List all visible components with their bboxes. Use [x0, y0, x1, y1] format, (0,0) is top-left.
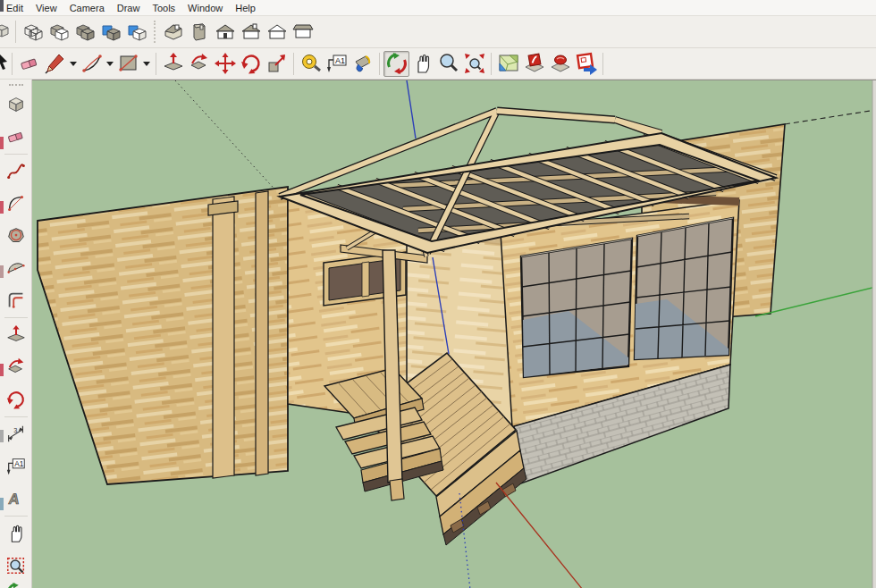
- zoom-extents-button[interactable]: [461, 51, 487, 77]
- palette-grip[interactable]: [9, 84, 23, 86]
- 3d-text-icon: A: [5, 488, 27, 509]
- line-tool-dropdown[interactable]: [68, 52, 79, 76]
- add-location-button[interactable]: [495, 51, 521, 77]
- rectangle-tool-button[interactable]: [115, 51, 141, 77]
- view-left-button[interactable]: [290, 19, 316, 45]
- arc-tool-dropdown[interactable]: [105, 52, 115, 76]
- model-scene[interactable]: [32, 80, 876, 588]
- separator: [491, 53, 492, 75]
- dimension-icon: 3: [5, 424, 27, 445]
- pan-tool-button[interactable]: [409, 51, 435, 77]
- orbit-tool[interactable]: [3, 582, 29, 588]
- freehand-tool[interactable]: [3, 155, 29, 188]
- view-top-button[interactable]: [186, 19, 212, 45]
- separator: [12, 53, 13, 75]
- menu-window[interactable]: Window: [181, 2, 229, 14]
- rectangle-tool-dropdown[interactable]: [141, 52, 152, 76]
- iso-view-icon: [162, 21, 185, 44]
- push-pull-tool[interactable]: [3, 319, 29, 351]
- share-models-button[interactable]: [547, 51, 573, 77]
- dimension-tool[interactable]: 3: [3, 418, 29, 450]
- separator: [602, 53, 603, 75]
- zoom-icon: [437, 52, 460, 75]
- line-tool-button[interactable]: [42, 51, 68, 77]
- menu-tools[interactable]: Tools: [146, 2, 181, 14]
- follow-me-tool[interactable]: [3, 351, 29, 383]
- front-view-icon: [214, 21, 237, 44]
- tool-palette: 3 A1 A: [0, 80, 32, 588]
- select-icon: [0, 52, 8, 75]
- top-view-icon: [188, 21, 211, 44]
- view-back-button[interactable]: [264, 19, 290, 45]
- text-tool-button[interactable]: A1: [324, 51, 350, 77]
- paint-bucket-tool-button[interactable]: [350, 51, 375, 77]
- hidden-line-style-button[interactable]: [46, 19, 72, 45]
- send-to-layout-button[interactable]: [573, 51, 599, 77]
- follow-me-tool-button[interactable]: [186, 51, 212, 77]
- get-models-button[interactable]: [521, 51, 547, 77]
- zoom-window-tool[interactable]: [3, 550, 29, 582]
- toolbar-grip[interactable]: [154, 21, 156, 43]
- svg-text:A: A: [7, 491, 21, 508]
- orbit-tool-button[interactable]: [383, 51, 409, 77]
- view-iso-button[interactable]: [160, 19, 186, 45]
- zoom-tool-button[interactable]: [435, 51, 461, 77]
- menu-draw[interactable]: Draw: [111, 2, 147, 14]
- rotate-tool[interactable]: [3, 383, 29, 416]
- text-icon: A1: [325, 52, 349, 75]
- tape-measure-icon: [299, 52, 323, 75]
- menu-view[interactable]: View: [29, 2, 63, 14]
- chevron-down-icon: [105, 59, 114, 68]
- view-right-button[interactable]: [238, 19, 264, 45]
- offset-tool[interactable]: [3, 284, 29, 316]
- push-pull-tool-button[interactable]: [160, 51, 186, 77]
- clipped-left-column-icons[interactable]: [0, 80, 4, 588]
- make-component-tool[interactable]: [3, 88, 29, 121]
- monochrome-icon: [125, 21, 148, 44]
- text-tool[interactable]: A1: [3, 450, 29, 483]
- push-pull-icon: [162, 52, 185, 75]
- scale-tool-button[interactable]: [264, 51, 290, 77]
- move-tool-button[interactable]: [212, 51, 238, 77]
- scale-icon: [265, 52, 289, 75]
- menu-camera[interactable]: Camera: [63, 2, 111, 14]
- 3d-text-tool[interactable]: A: [3, 483, 29, 515]
- wireframe-style-button[interactable]: [20, 19, 46, 45]
- pan-tool[interactable]: [3, 517, 29, 550]
- eraser-tool[interactable]: [3, 121, 29, 153]
- arc-tool-button[interactable]: [79, 51, 105, 77]
- drawing-viewport[interactable]: [32, 80, 876, 588]
- make-component-icon: [5, 94, 27, 115]
- follow-me-icon: [5, 357, 27, 378]
- front-window-left[interactable]: [521, 239, 632, 377]
- menu-help[interactable]: Help: [229, 2, 262, 14]
- protractor-tool[interactable]: [3, 252, 29, 284]
- paint-bucket-icon: [351, 52, 375, 75]
- freehand-icon: [5, 161, 27, 182]
- pan-hand-icon: [411, 52, 434, 75]
- zoom-window-icon: [5, 555, 27, 576]
- rotate-tool-button[interactable]: [238, 51, 264, 77]
- left-view-icon: [291, 21, 315, 44]
- rotate-icon: [240, 52, 263, 75]
- select-tool-button[interactable]: [0, 52, 8, 75]
- chevron-down-icon: [69, 59, 78, 68]
- push-pull-icon: [5, 324, 27, 346]
- shaded-textures-style-button[interactable]: [97, 19, 123, 45]
- orbit-icon: [385, 52, 409, 75]
- shaded-style-button[interactable]: [72, 19, 97, 45]
- view-front-button[interactable]: [212, 19, 238, 45]
- send-to-layout-icon: [575, 52, 598, 75]
- arc-tool[interactable]: [3, 188, 29, 220]
- front-window-right[interactable]: [635, 218, 733, 359]
- palette-separator: [4, 154, 28, 155]
- monochrome-style-button[interactable]: [123, 19, 149, 45]
- xray-style-button[interactable]: [0, 21, 12, 44]
- menu-edit[interactable]: Edit: [0, 2, 29, 14]
- eraser-tool-button[interactable]: [16, 51, 42, 77]
- protractor-icon: [5, 257, 27, 279]
- circle-tool[interactable]: [3, 220, 29, 252]
- tape-measure-tool-button[interactable]: [298, 51, 324, 77]
- svg-text:A1: A1: [335, 56, 345, 65]
- separator: [156, 53, 156, 75]
